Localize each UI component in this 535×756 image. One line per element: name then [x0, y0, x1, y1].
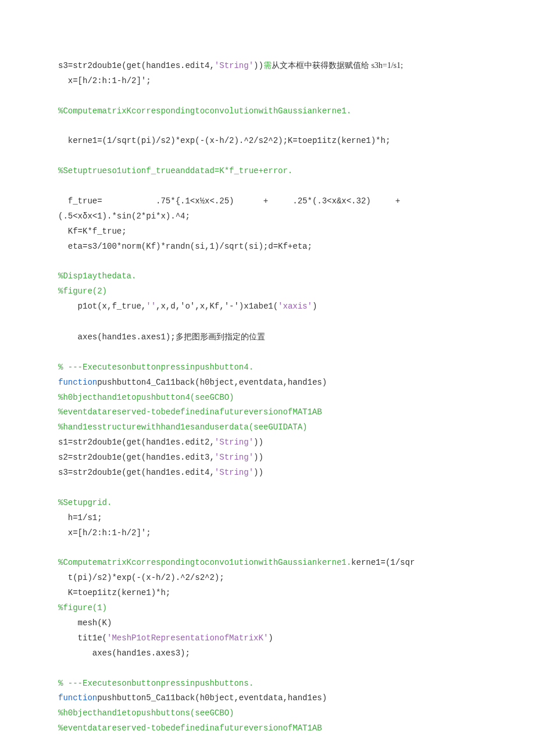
code-segment: x=[h/2:h:1-h/2]'; — [58, 76, 151, 85]
code-segment: %figure(2) — [58, 286, 107, 296]
code-line — [58, 149, 500, 164]
code-line: s3=str2doub1e(get(hand1es.edit4,'String'… — [58, 58, 500, 74]
code-line: %ComputematrixKcorrespondingtoconvo1utio… — [58, 556, 500, 571]
code-segment: s1=str2doub1e(get(hand1es.edit2, — [58, 438, 215, 447]
code-segment: ) — [312, 302, 317, 311]
code-line: % ---Executesonbuttonpressinpushbuttons. — [58, 676, 500, 691]
code-segment: h=1/s1; — [58, 513, 102, 522]
code-line: %h0bjecthand1etopushbutton4(seeGCBO) — [58, 390, 500, 406]
code-line: %Setuptrueso1utionf_trueanddatad=K*f_tru… — [58, 164, 500, 179]
code-segment: ) — [268, 633, 273, 643]
code-segment: %ComputematrixKcorrespondingtoconvolutio… — [58, 106, 351, 116]
code-segment: %Setuptrueso1utionf_trueanddatad=K*f_tru… — [58, 166, 293, 175]
code-segment: '' — [146, 302, 156, 311]
code-segment: %hand1esstructurewithhand1esanduserdata(… — [58, 422, 307, 432]
code-line: kerne1=(1/sqrt(pi)/s2)*exp(-(x-h/2).^2/s… — [58, 134, 500, 149]
code-line — [58, 255, 500, 270]
code-line: K=toep1itz(kerne1)*h; — [58, 586, 500, 601]
code-segment: 'MeshP1otRepresentationofMatrixK' — [107, 633, 268, 643]
code-segment: x=[h/2:h:1-h/2]'; — [58, 528, 151, 538]
code-block: s3=str2doub1e(get(hand1es.edit4,'String'… — [58, 58, 500, 736]
code-line: x=[h/2:h:1-h/2]'; — [58, 74, 500, 89]
code-line: functionpushbutton4_Ca11back(h0bject,eve… — [58, 375, 500, 390]
code-segment: function — [58, 378, 97, 387]
code-line — [58, 119, 500, 134]
code-line: axes(hand1es.axes3); — [58, 646, 500, 661]
code-segment: )) — [254, 453, 263, 462]
code-line — [58, 481, 500, 496]
code-line: %Setupgrid. — [58, 496, 500, 511]
code-line: %h0bjecthand1etopushbuttons(seeGCBO) — [58, 706, 500, 721]
code-segment: 'xaxis' — [278, 302, 312, 311]
code-segment: 'String' — [215, 453, 254, 462]
code-segment: %Disp1aythedata. — [58, 271, 136, 281]
code-segment: %eventdatareserved-tobedefinedinafuturev… — [58, 723, 322, 733]
code-segment: % --- — [58, 363, 83, 372]
code-segment: tit1e( — [58, 633, 107, 643]
code-segment: Executesonbuttonpressinpushbuttons. — [83, 679, 254, 688]
code-segment: )) — [254, 468, 263, 477]
code-segment: % --- — [58, 679, 83, 688]
code-segment: )) — [254, 438, 263, 447]
code-segment: f_true= .75*{.1<x½x<.25) + .25*(.3<x&x<.… — [58, 196, 400, 206]
code-line: % ---Executesonbuttonpressinpushbutton4. — [58, 360, 500, 375]
code-segment: %h0bjecthand1etopushbuttons(seeGCBO) — [58, 708, 234, 718]
code-line: %eventdatareserved-tobedefinedinafuturev… — [58, 405, 500, 420]
code-line — [58, 179, 500, 194]
code-line: s1=str2doub1e(get(hand1es.edit2,'String'… — [58, 435, 500, 450]
code-segment: 'String' — [215, 468, 254, 477]
code-line — [58, 314, 500, 329]
code-segment: 'String' — [215, 438, 254, 447]
code-segment: kerne1=(1/sqr — [351, 558, 415, 567]
code-line: h=1/s1; — [58, 511, 500, 526]
code-segment: kerne1=(1/sqrt(pi)/s2)*exp(-(x-h/2).^2/s… — [58, 136, 390, 145]
code-line: %figure(2) — [58, 284, 500, 299]
code-line: functionpushbutton5_Ca11back(h0bject,eve… — [58, 691, 500, 706]
code-line: axes(hand1es.axes1);多把图形画到指定的位置 — [58, 329, 500, 345]
code-segment: p1ot(x,f_true, — [58, 302, 146, 311]
code-segment: K=toep1itz(kerne1)*h; — [58, 588, 170, 597]
code-segment: %ComputematrixKcorrespondingtoconvo1utio… — [58, 558, 351, 567]
code-line — [58, 89, 500, 104]
code-segment: t(pi)/s2)*exp(-(x-h/2).^2/s2^2); — [58, 573, 224, 582]
code-line: eta=s3/100*norm(Kf)*randn(si,1)/sqrt(si)… — [58, 239, 500, 255]
code-line — [58, 345, 500, 360]
code-segment: Executesonbuttonpressinpushbutton4. — [83, 363, 254, 372]
code-segment: ,x,d,'o',x,Kf,'-')x1abe1( — [156, 302, 278, 311]
code-segment: )) — [254, 61, 263, 70]
code-segment: %figure(1) — [58, 603, 107, 612]
code-segment: 从文本框中获得数据赋值给 s3h=1/s1; — [272, 61, 403, 70]
code-segment: (.5<xδx<1).*sin(2*pi*x).^4; — [58, 212, 190, 221]
code-line — [58, 541, 500, 556]
code-line — [58, 661, 500, 676]
code-segment: 需 — [263, 61, 272, 70]
code-segment: axes(hand1es.axes3); — [58, 648, 190, 658]
code-segment: s3=str2doub1e(get(hand1es.edit4, — [58, 61, 215, 70]
code-segment: %Setupgrid. — [58, 498, 112, 507]
code-segment: mesh(K) — [58, 618, 112, 628]
code-line: %figure(1) — [58, 601, 500, 616]
code-segment: axes(hand1es.axes1); — [58, 332, 176, 342]
code-line: %ComputematrixKcorrespondingtoconvolutio… — [58, 104, 500, 119]
code-segment: pushbutton4_Ca11back(h0bject,eventdata,h… — [97, 378, 327, 387]
code-line: x=[h/2:h:1-h/2]'; — [58, 526, 500, 541]
code-line: p1ot(x,f_true,'',x,d,'o',x,Kf,'-')x1abe1… — [58, 299, 500, 314]
code-line: %eventdatareserved-tobedefinedinafuturev… — [58, 721, 500, 736]
code-segment: %eventdatareserved-tobedefinedinafuturev… — [58, 407, 322, 417]
code-segment: 多把图形画到指定的位置 — [176, 332, 265, 341]
code-line: Kf=K*f_true; — [58, 224, 500, 239]
code-segment: %h0bjecthand1etopushbutton4(seeGCBO) — [58, 393, 234, 402]
code-line: %hand1esstructurewithhand1esanduserdata(… — [58, 420, 500, 435]
code-segment: function — [58, 693, 97, 703]
code-segment: eta=s3/100*norm(Kf)*randn(si,1)/sqrt(si)… — [58, 242, 312, 251]
code-segment: s3=str2doub1e(get(hand1es.edit4, — [58, 468, 215, 477]
code-line: t(pi)/s2)*exp(-(x-h/2).^2/s2^2); — [58, 571, 500, 586]
code-segment: 'String' — [215, 61, 254, 70]
code-segment: s2=str2doub1e(get(hand1es.edit3, — [58, 453, 215, 462]
code-line: %Disp1aythedata. — [58, 269, 500, 284]
code-line: f_true= .75*{.1<x½x<.25) + .25*(.3<x&x<.… — [58, 194, 500, 209]
code-line: tit1e('MeshP1otRepresentationofMatrixK') — [58, 631, 500, 646]
code-line: s2=str2doub1e(get(hand1es.edit3,'String'… — [58, 450, 500, 465]
code-line: mesh(K) — [58, 616, 500, 631]
code-segment: pushbutton5_Ca11back(h0bject,eventdata,h… — [97, 693, 327, 703]
